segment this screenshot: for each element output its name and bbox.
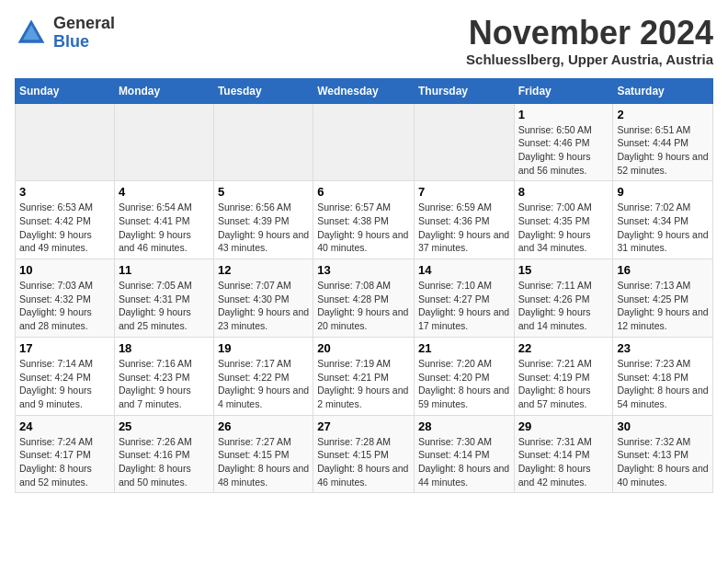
calendar-cell: 20Sunrise: 7:19 AM Sunset: 4:21 PM Dayli…	[313, 337, 415, 415]
calendar-cell: 28Sunrise: 7:30 AM Sunset: 4:14 PM Dayli…	[414, 415, 514, 493]
day-number: 9	[617, 185, 709, 199]
weekday-header-wednesday: Wednesday	[313, 78, 415, 103]
calendar-cell: 13Sunrise: 7:08 AM Sunset: 4:28 PM Dayli…	[313, 259, 415, 338]
day-info: Sunrise: 7:00 AM Sunset: 4:35 PM Dayligh…	[518, 201, 609, 255]
calendar-cell: 15Sunrise: 7:11 AM Sunset: 4:26 PM Dayli…	[514, 259, 613, 338]
calendar-cell	[16, 103, 115, 181]
day-number: 3	[19, 185, 110, 199]
calendar-cell	[414, 103, 514, 181]
calendar-cell: 17Sunrise: 7:14 AM Sunset: 4:24 PM Dayli…	[16, 337, 115, 415]
calendar-cell: 5Sunrise: 6:56 AM Sunset: 4:39 PM Daylig…	[213, 181, 313, 259]
calendar-cell: 12Sunrise: 7:07 AM Sunset: 4:30 PM Dayli…	[213, 259, 313, 338]
day-info: Sunrise: 7:20 AM Sunset: 4:20 PM Dayligh…	[418, 357, 510, 411]
day-info: Sunrise: 7:31 AM Sunset: 4:14 PM Dayligh…	[518, 435, 609, 489]
day-number: 29	[518, 419, 609, 433]
weekday-header-tuesday: Tuesday	[213, 78, 313, 103]
week-row-2: 3Sunrise: 6:53 AM Sunset: 4:42 PM Daylig…	[16, 181, 713, 259]
weekday-header-sunday: Sunday	[16, 78, 115, 103]
day-number: 18	[119, 341, 210, 355]
day-info: Sunrise: 6:54 AM Sunset: 4:41 PM Dayligh…	[119, 201, 210, 255]
day-info: Sunrise: 6:59 AM Sunset: 4:36 PM Dayligh…	[418, 201, 510, 255]
calendar-cell: 6Sunrise: 6:57 AM Sunset: 4:38 PM Daylig…	[313, 181, 415, 259]
day-number: 27	[317, 419, 410, 433]
weekday-header-thursday: Thursday	[414, 78, 514, 103]
day-number: 10	[19, 263, 110, 277]
calendar-cell: 2Sunrise: 6:51 AM Sunset: 4:44 PM Daylig…	[613, 103, 713, 181]
day-info: Sunrise: 6:50 AM Sunset: 4:46 PM Dayligh…	[518, 123, 609, 178]
day-number: 12	[218, 263, 309, 277]
week-row-1: 1Sunrise: 6:50 AM Sunset: 4:46 PM Daylig…	[16, 103, 713, 181]
day-info: Sunrise: 7:30 AM Sunset: 4:14 PM Dayligh…	[418, 435, 510, 489]
day-number: 30	[617, 419, 709, 433]
day-info: Sunrise: 7:14 AM Sunset: 4:24 PM Dayligh…	[19, 357, 110, 411]
day-number: 8	[518, 185, 609, 199]
calendar-cell: 19Sunrise: 7:17 AM Sunset: 4:22 PM Dayli…	[213, 337, 313, 415]
day-info: Sunrise: 7:26 AM Sunset: 4:16 PM Dayligh…	[119, 435, 210, 489]
day-number: 25	[119, 419, 210, 433]
day-number: 1	[518, 108, 609, 121]
day-number: 14	[418, 263, 510, 277]
day-info: Sunrise: 7:13 AM Sunset: 4:25 PM Dayligh…	[617, 279, 709, 333]
calendar-cell: 9Sunrise: 7:02 AM Sunset: 4:34 PM Daylig…	[613, 181, 713, 259]
week-row-4: 17Sunrise: 7:14 AM Sunset: 4:24 PM Dayli…	[16, 337, 713, 415]
day-number: 6	[317, 185, 410, 199]
day-info: Sunrise: 7:17 AM Sunset: 4:22 PM Dayligh…	[218, 357, 309, 411]
calendar-cell	[313, 103, 415, 181]
day-info: Sunrise: 6:51 AM Sunset: 4:44 PM Dayligh…	[617, 123, 709, 178]
calendar-cell: 23Sunrise: 7:23 AM Sunset: 4:18 PM Dayli…	[613, 337, 713, 415]
day-info: Sunrise: 7:03 AM Sunset: 4:32 PM Dayligh…	[19, 279, 110, 333]
day-number: 15	[518, 263, 609, 277]
calendar-cell: 1Sunrise: 6:50 AM Sunset: 4:46 PM Daylig…	[514, 103, 613, 181]
calendar-cell: 11Sunrise: 7:05 AM Sunset: 4:31 PM Dayli…	[114, 259, 213, 338]
logo: General Blue	[15, 15, 115, 52]
day-info: Sunrise: 7:10 AM Sunset: 4:27 PM Dayligh…	[418, 279, 510, 333]
day-info: Sunrise: 7:32 AM Sunset: 4:13 PM Dayligh…	[617, 435, 709, 489]
calendar-cell: 27Sunrise: 7:28 AM Sunset: 4:15 PM Dayli…	[313, 415, 415, 493]
weekday-header-friday: Friday	[514, 78, 613, 103]
week-row-3: 10Sunrise: 7:03 AM Sunset: 4:32 PM Dayli…	[16, 259, 713, 338]
day-number: 4	[119, 185, 210, 199]
day-number: 24	[19, 419, 110, 433]
calendar-cell: 14Sunrise: 7:10 AM Sunset: 4:27 PM Dayli…	[414, 259, 514, 338]
day-info: Sunrise: 7:08 AM Sunset: 4:28 PM Dayligh…	[317, 279, 410, 333]
day-number: 5	[218, 185, 309, 199]
day-info: Sunrise: 7:27 AM Sunset: 4:15 PM Dayligh…	[218, 435, 309, 489]
weekday-header-saturday: Saturday	[613, 78, 713, 103]
day-info: Sunrise: 6:57 AM Sunset: 4:38 PM Dayligh…	[317, 201, 410, 255]
weekday-header-monday: Monday	[114, 78, 213, 103]
day-info: Sunrise: 7:23 AM Sunset: 4:18 PM Dayligh…	[617, 357, 709, 411]
page-header: General Blue November 2024 Schluesslberg…	[15, 15, 713, 67]
day-info: Sunrise: 7:11 AM Sunset: 4:26 PM Dayligh…	[518, 279, 609, 333]
day-number: 20	[317, 341, 410, 355]
logo-icon	[15, 17, 48, 50]
weekday-header-row: SundayMondayTuesdayWednesdayThursdayFrid…	[16, 78, 713, 103]
calendar-cell: 30Sunrise: 7:32 AM Sunset: 4:13 PM Dayli…	[613, 415, 713, 493]
day-number: 17	[19, 341, 110, 355]
week-row-5: 24Sunrise: 7:24 AM Sunset: 4:17 PM Dayli…	[16, 415, 713, 493]
month-title: November 2024	[466, 15, 713, 52]
day-number: 16	[617, 263, 709, 277]
calendar-cell: 25Sunrise: 7:26 AM Sunset: 4:16 PM Dayli…	[114, 415, 213, 493]
day-number: 22	[518, 341, 609, 355]
day-number: 23	[617, 341, 709, 355]
calendar-cell: 16Sunrise: 7:13 AM Sunset: 4:25 PM Dayli…	[613, 259, 713, 338]
calendar-cell: 10Sunrise: 7:03 AM Sunset: 4:32 PM Dayli…	[16, 259, 115, 338]
day-number: 19	[218, 341, 309, 355]
day-number: 26	[218, 419, 309, 433]
calendar-cell: 26Sunrise: 7:27 AM Sunset: 4:15 PM Dayli…	[213, 415, 313, 493]
calendar-cell: 18Sunrise: 7:16 AM Sunset: 4:23 PM Dayli…	[114, 337, 213, 415]
day-info: Sunrise: 6:53 AM Sunset: 4:42 PM Dayligh…	[19, 201, 110, 255]
calendar-cell: 22Sunrise: 7:21 AM Sunset: 4:19 PM Dayli…	[514, 337, 613, 415]
calendar-cell: 29Sunrise: 7:31 AM Sunset: 4:14 PM Dayli…	[514, 415, 613, 493]
logo-text: General Blue	[53, 15, 115, 52]
day-number: 11	[119, 263, 210, 277]
day-number: 28	[418, 419, 510, 433]
day-number: 2	[617, 108, 709, 121]
calendar-cell: 21Sunrise: 7:20 AM Sunset: 4:20 PM Dayli…	[414, 337, 514, 415]
day-info: Sunrise: 7:05 AM Sunset: 4:31 PM Dayligh…	[119, 279, 210, 333]
day-info: Sunrise: 7:21 AM Sunset: 4:19 PM Dayligh…	[518, 357, 609, 411]
day-info: Sunrise: 7:16 AM Sunset: 4:23 PM Dayligh…	[119, 357, 210, 411]
calendar-cell	[213, 103, 313, 181]
day-info: Sunrise: 7:07 AM Sunset: 4:30 PM Dayligh…	[218, 279, 309, 333]
calendar-cell: 7Sunrise: 6:59 AM Sunset: 4:36 PM Daylig…	[414, 181, 514, 259]
